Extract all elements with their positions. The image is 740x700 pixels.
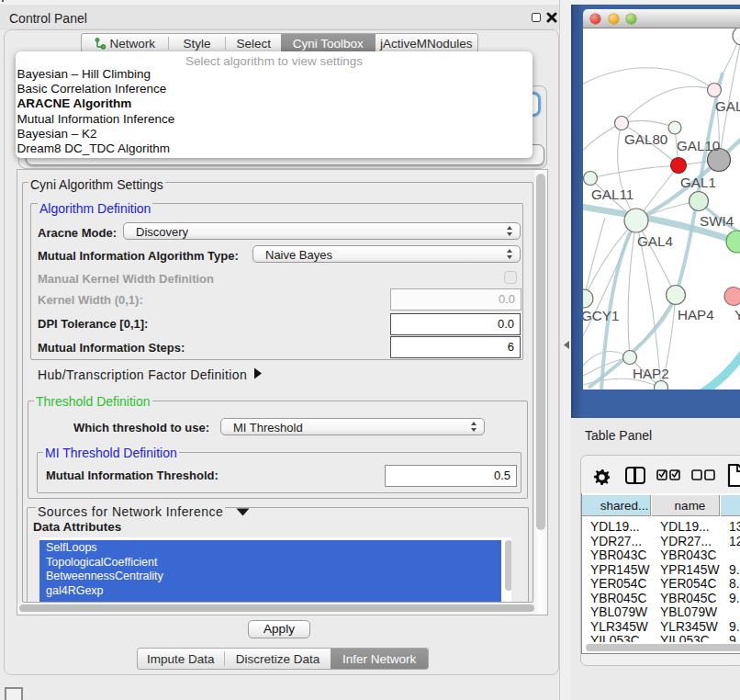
svg-text:GAL80: GAL80	[624, 131, 667, 147]
svg-text:HAP4: HAP4	[678, 307, 714, 322]
svg-text:GAL10: GAL10	[677, 138, 720, 153]
svg-text:GAL4: GAL4	[637, 233, 673, 249]
svg-text:HAP2: HAP2	[633, 366, 669, 381]
svg-text:GCY1: GCY1	[583, 308, 619, 323]
svg-text:YM: YM	[734, 307, 740, 322]
svg-text:GAL11: GAL11	[591, 186, 633, 202]
svg-text:GAL1: GAL1	[680, 175, 716, 190]
svg-text:SWI4: SWI4	[700, 213, 734, 229]
svg-text:GAL7: GAL7	[715, 98, 740, 114]
